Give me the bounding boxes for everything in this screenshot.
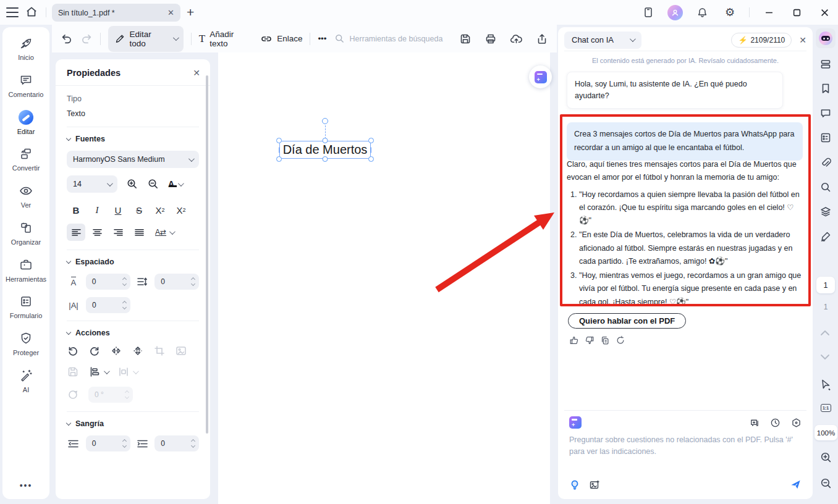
ai-settings-icon[interactable] (791, 417, 802, 428)
document-tab[interactable]: Sin título_1.pdf * ✕ (52, 4, 180, 22)
next-page-chevron-icon[interactable] (820, 351, 830, 357)
indent-left-stepper[interactable]: 0 (154, 435, 199, 452)
save-style-icon[interactable] (67, 366, 79, 378)
pdf-page-canvas[interactable]: Día de Muertos (218, 52, 550, 504)
nav-item-comentario[interactable]: Comentario (4, 73, 48, 99)
bold-button[interactable]: B (67, 201, 85, 219)
flip-horizontal-icon[interactable] (110, 345, 122, 357)
resize-handle-e[interactable] (370, 147, 371, 153)
char-spacing-stepper[interactable]: 0 (86, 274, 130, 290)
search-input[interactable] (350, 35, 452, 43)
send-icon[interactable] (790, 479, 802, 490)
indent-first-stepper[interactable]: 0 (86, 435, 130, 452)
menu-icon[interactable] (6, 7, 19, 17)
ai-notebook-icon[interactable] (569, 416, 582, 429)
decrease-font-icon[interactable] (147, 178, 159, 190)
edit-all-button[interactable]: Editar todo (108, 26, 184, 52)
comments-panel-icon[interactable] (818, 106, 833, 120)
resize-handle-sw[interactable] (276, 156, 282, 162)
actions-section-header[interactable]: Acciones (67, 329, 199, 337)
rotate-right-icon[interactable] (88, 345, 101, 357)
credits-badge[interactable]: ⚡ 2109/2110 (731, 33, 792, 48)
resize-handle-n[interactable] (323, 138, 328, 143)
previous-page-chevron-icon[interactable] (820, 327, 830, 333)
add-text-button[interactable]: T Añadir texto (199, 30, 253, 48)
replace-image-icon[interactable] (175, 345, 187, 357)
home-icon[interactable] (25, 5, 41, 20)
minimize-button[interactable] (760, 4, 777, 21)
align-objects-button[interactable] (88, 366, 108, 378)
ai-summary-float-button[interactable] (529, 65, 552, 88)
toolbar-search[interactable] (334, 33, 452, 44)
signature-icon[interactable] (818, 229, 833, 244)
nav-item-organizar[interactable]: Organizar (4, 220, 48, 247)
nav-item-proteger[interactable]: Proteger (4, 331, 48, 358)
copy-icon[interactable] (600, 334, 610, 345)
underline-button[interactable]: U (109, 201, 127, 219)
form-fields-panel-icon[interactable] (818, 130, 833, 145)
zoom-level[interactable]: 100% (815, 425, 837, 440)
subscript-button[interactable]: X2 (172, 201, 190, 219)
reader-mode-icon[interactable] (640, 4, 657, 21)
history-clock-icon[interactable] (770, 417, 781, 428)
link-button[interactable]: Enlace (260, 33, 302, 45)
page-number-input[interactable]: 1 (816, 277, 835, 293)
add-image-icon[interactable] (589, 479, 600, 490)
indent-section-header[interactable]: Sangría (67, 419, 199, 428)
flip-vertical-icon[interactable] (132, 345, 144, 357)
align-center-button[interactable] (88, 224, 106, 241)
rotate-left-icon[interactable] (67, 345, 79, 357)
nav-item-inicio[interactable]: Inicio (4, 36, 48, 62)
settings-gear-icon[interactable]: ⚙ (721, 4, 739, 21)
nav-more-button[interactable]: ••• (20, 481, 33, 490)
pointer-tool-icon[interactable] (818, 377, 833, 392)
align-justify-button[interactable] (130, 224, 148, 241)
regenerate-icon[interactable] (616, 334, 625, 345)
avatar[interactable] (667, 5, 683, 20)
bookmarks-icon[interactable] (818, 81, 833, 96)
align-right-button[interactable] (109, 224, 127, 241)
nav-item-herramientas[interactable]: Herramientas (4, 258, 48, 284)
thumbs-down-icon[interactable] (585, 334, 595, 345)
new-chat-icon[interactable] (749, 417, 760, 428)
actual-size-button[interactable]: 1:1 (818, 400, 833, 415)
align-left-button[interactable] (67, 224, 85, 241)
chat-message-input[interactable] (564, 434, 806, 469)
cloud-upload-icon[interactable] (510, 33, 523, 45)
thumbs-up-icon[interactable] (569, 334, 579, 345)
undo-icon[interactable] (61, 33, 73, 45)
attachments-paperclip-icon[interactable] (818, 155, 833, 170)
share-export-icon[interactable] (536, 33, 548, 45)
text-direction-button[interactable]: A⇄ (151, 224, 178, 241)
nav-item-formulario[interactable]: Formulario (4, 294, 48, 321)
spacing-section-header[interactable]: Espaciado (67, 258, 199, 266)
ai-assistant-robot-icon[interactable] (816, 28, 836, 48)
resize-handle-ne[interactable] (368, 138, 374, 143)
save-icon[interactable] (459, 33, 472, 45)
strikethrough-button[interactable]: S (130, 201, 148, 219)
resize-handle-se[interactable] (368, 156, 374, 162)
distribute-objects-button[interactable] (117, 366, 137, 378)
prompt-ideas-bulb-icon[interactable] (569, 479, 580, 490)
selected-text-box[interactable]: Día de Muertos (279, 141, 371, 159)
font-size-select[interactable]: 14 (67, 175, 117, 193)
rotate-handle[interactable] (322, 118, 328, 124)
nav-item-ai[interactable]: AI (4, 368, 48, 395)
superscript-button[interactable]: X2 (151, 201, 169, 219)
zoom-out-icon[interactable] (818, 476, 833, 490)
redo-icon[interactable] (80, 33, 93, 45)
tab-close-icon[interactable]: ✕ (167, 8, 174, 17)
properties-close-icon[interactable]: ✕ (193, 68, 200, 78)
crop-icon[interactable] (153, 345, 166, 357)
chat-mode-select[interactable]: Chat con IA (564, 32, 641, 49)
italic-button[interactable]: I (88, 201, 106, 219)
nav-item-ver[interactable]: Ver (4, 183, 48, 210)
word-spacing-stepper[interactable]: 0 (86, 297, 130, 313)
layers-icon[interactable] (818, 204, 833, 219)
zoom-in-icon[interactable] (818, 450, 833, 464)
resize-handle-nw[interactable] (276, 138, 282, 143)
fonts-section-header[interactable]: Fuentes (67, 135, 199, 143)
font-color-button[interactable]: A (168, 179, 182, 189)
close-button[interactable] (816, 4, 833, 21)
line-spacing-stepper[interactable]: 0 (154, 274, 199, 290)
